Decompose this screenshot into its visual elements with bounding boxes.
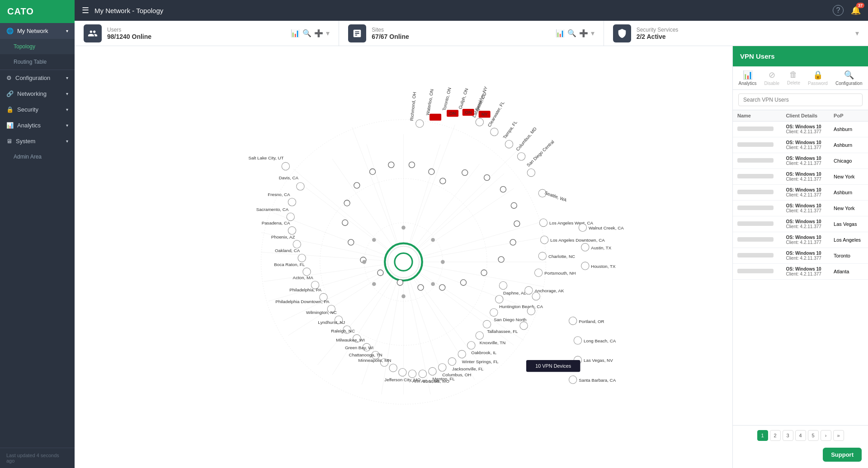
node-titusville[interactable] [520, 322, 528, 329]
mid-node-7[interactable] [510, 239, 516, 245]
mid-node-5[interactable] [511, 202, 517, 208]
node-acton[interactable]: Acton, MA [293, 275, 319, 289]
page-btn-5[interactable]: 5 [808, 430, 819, 441]
table-row[interactable]: OS: Windows 10 Client: 4.2.11.377 New Yo… [733, 201, 868, 216]
mid-node-18[interactable] [344, 200, 350, 206]
mid-node-2[interactable] [462, 170, 468, 176]
mid-node-19[interactable] [354, 183, 360, 188]
mid-node-20[interactable] [370, 169, 376, 175]
table-row[interactable]: OS: Windows 10 Client: 4.2.11.377 Ashbur… [733, 137, 868, 153]
mid-node-4[interactable] [500, 187, 506, 192]
app-logo[interactable]: CATO [0, 0, 75, 23]
add-user-icon[interactable]: ➕ [314, 29, 323, 37]
sidebar-item-security[interactable]: 🔒 Security ▾ [0, 102, 75, 117]
vpn-tool-password[interactable]: 🔒 Password [808, 70, 828, 86]
table-row[interactable]: OS: Windows 10 Client: 4.2.11.377 Las Ve… [733, 216, 868, 232]
node-daphne[interactable]: Daphne, AL [499, 281, 526, 295]
node-fresno[interactable]: Fresno, CA [268, 192, 296, 206]
table-row[interactable]: OS: Windows 10 Client: 4.2.11.377 Los An… [733, 232, 868, 248]
sidebar-item-admin-area[interactable]: Admin Area [0, 149, 75, 164]
inner-dot-2[interactable] [431, 238, 435, 242]
bar-chart-sites-icon[interactable]: 📊 [556, 29, 565, 37]
inner-dot-4[interactable] [372, 238, 376, 242]
add-site-icon[interactable]: ➕ [579, 29, 588, 37]
chevron-sites-icon[interactable]: ▾ [591, 29, 594, 37]
stat-sites[interactable]: Sites 67/67 Online 📊 🔍 ➕ ▾ [339, 21, 604, 46]
mid-node-13[interactable] [397, 280, 403, 285]
node-long-beach[interactable]: Long Beach, CA [574, 337, 616, 344]
center-node[interactable] [385, 243, 422, 281]
table-row[interactable]: OS: Windows 10 Client: 4.2.11.377 Chicag… [733, 153, 868, 169]
node-walnut-creek[interactable]: Walnut Creek, CA [579, 224, 624, 231]
node-anchorage[interactable]: Anchorage, AK [525, 286, 564, 294]
node-charlotte[interactable]: Charlotte, NC [538, 252, 575, 260]
vpn-tool-analytics[interactable]: 📊 Analytics [739, 70, 757, 86]
table-row[interactable]: OS: Windows 10 Client: 4.2.11.377 Ashbur… [733, 185, 868, 201]
table-row[interactable]: OS: Windows 10 Client: 4.2.11.377 New Yo… [733, 169, 868, 185]
node-waterloo[interactable]: Waterloo, ON [425, 89, 441, 121]
node-pensacola[interactable] [532, 292, 540, 300]
mid-node-21[interactable] [388, 162, 394, 168]
vpn-tool-configuration[interactable]: 🔍 Configuration [835, 70, 862, 86]
inner-dot-7[interactable] [401, 295, 406, 299]
stat-security[interactable]: Security Services 2/2 Active ▾ [604, 21, 868, 46]
stat-users[interactable]: Users 98/1240 Online 📊 🔍 ➕ ▾ [75, 21, 339, 46]
page-btn-last[interactable]: » [833, 430, 844, 441]
mid-node-11[interactable] [439, 285, 445, 290]
vpn-tool-disable[interactable]: ⊘ Disable [764, 70, 779, 86]
node-minneapolis[interactable]: Minneapolis, MN [359, 358, 397, 372]
node-baton-rouge[interactable] [527, 307, 535, 315]
page-btn-2[interactable]: 2 [770, 430, 781, 441]
sidebar-item-analytics[interactable]: 📊 Analytics ▾ [0, 117, 75, 133]
node-salt-lake[interactable]: Salt Lake City, UT [249, 155, 290, 170]
search-sites-icon[interactable]: 🔍 [567, 29, 576, 37]
node-san-diego-central[interactable]: San Diego Central [526, 139, 555, 177]
node-tampa[interactable]: Tampa, FL [502, 120, 518, 148]
sidebar-item-system[interactable]: 🖥 System ▾ [0, 133, 75, 149]
search-users-icon[interactable]: 🔍 [302, 29, 311, 37]
help-button[interactable]: ? [833, 5, 844, 16]
chevron-security-icon[interactable]: ▾ [855, 29, 859, 37]
mid-node-10[interactable] [460, 280, 466, 285]
inner-dot-5[interactable] [362, 260, 366, 264]
vpn-tool-delete[interactable]: 🗑 Delete [787, 70, 800, 86]
sidebar-item-configuration[interactable]: ⚙ Configuration ▾ [0, 70, 75, 86]
sidebar-item-topology[interactable]: Topology [0, 39, 75, 54]
inner-dot-3[interactable] [401, 225, 406, 229]
node-oakland[interactable]: Oakland, CA [275, 248, 306, 262]
page-btn-next[interactable]: › [821, 430, 831, 441]
inner-dot-6[interactable] [372, 282, 376, 286]
menu-icon[interactable]: ☰ [82, 5, 89, 15]
node-boca-raton[interactable]: Boca Raton, FL [274, 262, 311, 276]
sidebar-item-routing-table[interactable]: Routing Table [0, 54, 75, 70]
node-san-diego-north[interactable]: San Diego North [490, 309, 527, 322]
table-row[interactable]: OS: Windows 10 Client: 4.2.11.377 Toront… [733, 248, 868, 264]
node-clearwater[interactable]: Clearwater, FL [487, 100, 506, 136]
mid-node-3[interactable] [484, 175, 490, 181]
mid-node-16[interactable] [348, 239, 354, 245]
mid-node-1[interactable] [440, 178, 446, 184]
node-davis[interactable]: Davis, CA [279, 175, 304, 190]
support-button[interactable]: Support [823, 448, 862, 462]
mid-node-12[interactable] [418, 285, 424, 290]
mid-node-17[interactable] [342, 220, 348, 225]
node-santa-barbara[interactable]: Santa Barbara, CA [569, 376, 616, 384]
node-guilph[interactable]: ON Guilph, ON [458, 88, 474, 116]
mid-node-9[interactable] [481, 270, 487, 276]
page-btn-1[interactable]: 1 [757, 430, 768, 441]
mid-orbit-nodes[interactable] [342, 162, 520, 290]
mid-node-8[interactable] [498, 257, 504, 262]
node-toronto[interactable]: ON Toronto, ON [442, 87, 459, 117]
sidebar-item-networking[interactable]: 🔗 Networking ▾ [0, 86, 75, 102]
outer-nodes[interactable]: Lafayette, CO Clearwater, FL Tampa, FL C… [249, 85, 624, 384]
mid-node-6[interactable] [514, 221, 520, 227]
node-portland[interactable]: Portland, OR [569, 317, 604, 324]
vpn-search-input[interactable] [738, 94, 863, 106]
inner-dot-8[interactable] [431, 282, 435, 286]
chevron-users-icon[interactable]: ▾ [326, 29, 330, 37]
bar-chart-icon[interactable]: 📊 [291, 29, 300, 37]
node-sacramento[interactable]: Sacramento, CA [256, 207, 295, 221]
node-la-downtown[interactable]: Los Angeles Downtown, CA [541, 236, 605, 243]
node-seattle[interactable]: Seattle, WA [538, 189, 567, 203]
node-phoenix[interactable]: Phoenix, AZ [271, 234, 301, 248]
